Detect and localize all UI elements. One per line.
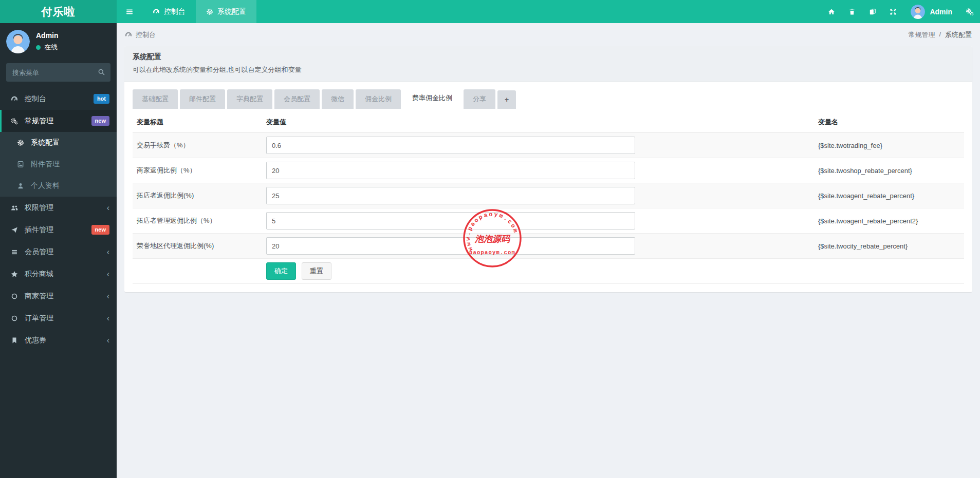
city-rebate-input[interactable] [266, 237, 635, 255]
expand-icon [890, 8, 897, 15]
confirm-button[interactable]: 确定 [266, 262, 296, 280]
avatar[interactable] [6, 30, 30, 53]
chevron-left-icon [107, 336, 109, 345]
avatar [911, 5, 925, 19]
tab-dictionary-config[interactable]: 字典配置 [227, 89, 272, 109]
topbar-right: Admin [821, 0, 980, 23]
sidebar-item-label: 会员管理 [25, 247, 53, 257]
table-row: 拓店者返佣比例(%) {$site.twoagent_rebate_percen… [133, 183, 964, 208]
top-tab-label: 系统配置 [217, 7, 246, 16]
sidebar-item-plugins[interactable]: 插件管理 new [0, 219, 117, 241]
add-tab-button[interactable]: + [497, 90, 516, 109]
sidebar-item-label: 商家管理 [25, 292, 53, 301]
sidebar-user-panel: Admin 在线 [0, 23, 117, 60]
breadcrumb-right: 常规管理 / 系统配置 [908, 30, 972, 40]
sidebar-toggle-button[interactable] [117, 0, 142, 23]
sidebar-item-members[interactable]: 会员管理 [0, 241, 117, 263]
col-header-var-title: 变量标题 [133, 112, 262, 133]
tab-commission-ratio[interactable]: 佣金比例 [356, 89, 401, 109]
tab-wechat[interactable]: 微信 [322, 89, 354, 109]
var-name: {$site.twotrading_fee} [814, 133, 964, 158]
language-icon [869, 8, 876, 15]
breadcrumb-parent[interactable]: 常规管理 [908, 30, 935, 40]
sidebar-item-coupons[interactable]: 优惠券 [0, 329, 117, 351]
hamburger-icon [125, 8, 134, 16]
topbar-user-menu[interactable]: Admin [903, 5, 959, 19]
config-panel: 系统配置 可以在此增改系统的变量和分组,也可以自定义分组和变量 基础配置 邮件配… [124, 46, 972, 292]
settings-button[interactable] [959, 0, 980, 23]
config-table: 变量标题 变量值 变量名 交易手续费（%） {$site.twotrading_… [133, 112, 964, 284]
cogs-icon [11, 118, 18, 125]
top-header: 付乐啦 控制台 系统配置 [0, 0, 980, 23]
panel-heading: 系统配置 可以在此增改系统的变量和分组,也可以自定义分组和变量 [124, 46, 972, 82]
chevron-left-icon [107, 314, 109, 322]
reset-button[interactable]: 重置 [302, 262, 331, 280]
chevron-left-icon [107, 270, 109, 278]
sidebar-item-general[interactable]: 常规管理 new [0, 110, 117, 132]
sidebar-user-status: 在线 [36, 43, 59, 52]
language-button[interactable] [862, 0, 883, 23]
online-status-dot [36, 45, 41, 50]
sidebar-item-label: 积分商城 [25, 270, 53, 279]
sidebar-item-orders[interactable]: 订单管理 [0, 307, 117, 329]
sidebar-item-permissions[interactable]: 权限管理 [0, 197, 117, 219]
hot-badge: hot [94, 94, 109, 103]
user-icon [17, 182, 24, 189]
breadcrumb-dashboard[interactable]: 控制台 [136, 30, 156, 40]
sidebar-item-profile[interactable]: 个人资料 [0, 175, 117, 197]
agent-manage-rebate-input[interactable] [266, 212, 635, 230]
breadcrumb-separator: / [939, 30, 941, 40]
var-name: {$site.twocity_rebate_percent} [814, 234, 964, 259]
sidebar-item-label: 优惠券 [25, 336, 46, 345]
sidebar-item-label: 权限管理 [25, 203, 53, 213]
sidebar-user-name: Admin [36, 31, 59, 40]
tab-mail-config[interactable]: 邮件配置 [180, 89, 225, 109]
var-title: 荣誉地区代理返佣比例(%) [133, 234, 262, 259]
gear-icon [206, 8, 213, 15]
table-row: 交易手续费（%） {$site.twotrading_fee} [133, 133, 964, 158]
top-tab-dashboard[interactable]: 控制台 [142, 0, 196, 23]
shop-rebate-input[interactable] [266, 162, 635, 179]
sidebar-search [6, 63, 110, 82]
admin-app: 付乐啦 控制台 系统配置 [0, 0, 980, 478]
search-input[interactable] [6, 63, 110, 82]
trash-icon [848, 8, 856, 15]
sidebar-item-attachments[interactable]: 附件管理 [0, 154, 117, 175]
sidebar-item-label: 控制台 [25, 94, 46, 104]
col-header-var-name: 变量名 [814, 112, 964, 133]
agent-rebate-input[interactable] [266, 187, 635, 204]
sidebar-item-dashboard[interactable]: 控制台 hot [0, 88, 117, 110]
sidebar-item-label: 个人资料 [31, 181, 60, 190]
tab-member-config[interactable]: 会员配置 [274, 89, 320, 109]
sidebar-item-label: 常规管理 [25, 117, 53, 126]
var-title: 拓店者管理返佣比例（%） [133, 208, 262, 234]
page-title: 系统配置 [133, 52, 964, 62]
circle-icon [11, 293, 18, 300]
sidebar-item-label: 插件管理 [25, 225, 53, 235]
var-title: 拓店者返佣比例(%) [133, 183, 262, 208]
tab-share[interactable]: 分享 [464, 89, 495, 109]
tab-rate-commission-ratio[interactable]: 费率佣金比例 [403, 88, 461, 109]
top-tab-label: 控制台 [164, 7, 186, 16]
tab-basic-config[interactable]: 基础配置 [133, 89, 178, 109]
search-icon[interactable] [98, 68, 105, 76]
fullscreen-button[interactable] [883, 0, 903, 23]
gear-icon [17, 139, 24, 146]
var-title: 商家返佣比例（%） [133, 158, 262, 183]
clear-cache-button[interactable] [842, 0, 862, 23]
var-name: {$site.twoagent_rebate_percent2} [814, 208, 964, 234]
sidebar-submenu-general: 系统配置 附件管理 个人资料 [0, 132, 117, 197]
trading-fee-input[interactable] [266, 137, 635, 154]
table-row: 拓店者管理返佣比例（%） {$site.twoagent_rebate_perc… [133, 208, 964, 234]
top-tab-system-config[interactable]: 系统配置 [196, 0, 256, 23]
main-content: 控制台 常规管理 / 系统配置 系统配置 可以在此增改系统的变量和分组,也可以自… [117, 23, 980, 478]
avatar-image [911, 5, 925, 19]
sidebar-item-system-config[interactable]: 系统配置 [0, 132, 117, 154]
chevron-left-icon [107, 248, 109, 256]
brand-logo[interactable]: 付乐啦 [0, 0, 117, 23]
sidebar-item-points-mall[interactable]: 积分商城 [0, 263, 117, 285]
sidebar-item-merchants[interactable]: 商家管理 [0, 285, 117, 307]
paper-plane-icon [11, 226, 18, 234]
table-row: 荣誉地区代理返佣比例(%) {$site.twocity_rebate_perc… [133, 234, 964, 259]
home-button[interactable] [821, 0, 842, 23]
